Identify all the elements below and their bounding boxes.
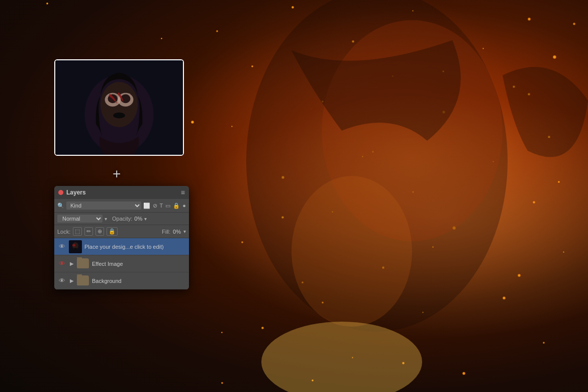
layer-row-smart-object[interactable]: 👁 Place your desig...e click to edit) xyxy=(54,238,189,255)
panel-titlebar: Layers ≡ xyxy=(54,186,189,199)
filter-smart-icon[interactable]: 🔒 xyxy=(173,203,180,209)
thumbnail-art xyxy=(55,60,183,155)
layer-3-expand-chevron[interactable]: ▶ xyxy=(70,278,74,283)
close-button[interactable] xyxy=(58,190,63,195)
panel-menu-button[interactable]: ≡ xyxy=(181,189,185,196)
lock-fill-row: Lock: ⬚ ✏ ⊕ 🔒 Fill: 0% ▾ xyxy=(54,225,189,238)
opacity-chevron-icon[interactable]: ▾ xyxy=(144,216,147,222)
layer-3-name: Background xyxy=(92,278,186,284)
layer-2-name: Effect Image xyxy=(92,261,186,267)
filter-type-icon[interactable]: T xyxy=(160,203,163,209)
filter-adjustment-icon[interactable]: ⊘ xyxy=(153,203,157,209)
lock-label: Lock: xyxy=(57,229,70,235)
layer-2-visibility-toggle[interactable]: 👁 xyxy=(57,260,66,267)
lock-checkerboard-icon[interactable]: ⬚ xyxy=(73,227,82,236)
layer-3-visibility-toggle[interactable]: 👁 xyxy=(57,277,66,284)
layer-1-visibility-toggle[interactable]: 👁 xyxy=(57,243,66,250)
filter-icons-group: ⬜ ⊘ T ▭ 🔒 ● xyxy=(143,203,186,209)
filter-active-icon[interactable]: ● xyxy=(182,203,186,209)
fill-chevron-icon[interactable]: ▾ xyxy=(183,229,186,234)
layer-2-thumbnail xyxy=(76,257,89,270)
filter-shape-icon[interactable]: ▭ xyxy=(165,203,170,209)
layer-2-expand-chevron[interactable]: ▶ xyxy=(70,261,74,266)
layer-1-thumbnail xyxy=(69,240,82,253)
blend-opacity-row: Normal Dissolve Multiply Screen Overlay … xyxy=(54,213,189,225)
layer-row-background[interactable]: 👁 ▶ Background xyxy=(54,272,189,289)
layer-3-thumbnail xyxy=(76,274,89,287)
layers-panel: Layers ≡ 🔍 Kind Name Effect Mode Attribu… xyxy=(54,186,189,289)
lock-brush-icon[interactable]: ✏ xyxy=(84,227,93,236)
lock-all-icon[interactable]: 🔒 xyxy=(107,227,118,236)
search-icon: 🔍 xyxy=(57,203,64,209)
lock-move-icon[interactable]: ⊕ xyxy=(95,227,104,236)
layer-row-effect-image[interactable]: 👁 ▶ Effect Image xyxy=(54,255,189,272)
fill-value: 0% xyxy=(173,229,181,235)
panel-title-left: Layers xyxy=(58,189,86,196)
blend-chevron-icon[interactable]: ▾ xyxy=(105,216,107,222)
eye-open-icon: 👁 xyxy=(59,243,65,250)
svg-point-14 xyxy=(72,244,75,246)
plus-symbol: + xyxy=(113,166,121,182)
layer-1-thumb-art xyxy=(69,240,82,253)
filter-kind-select[interactable]: Kind Name Effect Mode Attribute Color xyxy=(66,202,141,210)
filter-row: 🔍 Kind Name Effect Mode Attribute Color … xyxy=(54,199,189,213)
filter-pixel-icon[interactable]: ⬜ xyxy=(143,203,150,209)
original-photo-thumbnail xyxy=(54,59,184,156)
svg-point-11 xyxy=(113,113,125,119)
panel-title: Layers xyxy=(66,189,86,196)
svg-point-6 xyxy=(101,82,138,127)
opacity-label: Opacity: xyxy=(112,216,132,222)
eye-open-icon-3: 👁 xyxy=(59,277,65,284)
eye-red-icon: 👁 xyxy=(59,260,65,267)
svg-point-15 xyxy=(74,248,77,249)
layer-1-name: Place your desig...e click to edit) xyxy=(84,244,186,250)
thumbnail-inner xyxy=(55,60,183,155)
blend-mode-select[interactable]: Normal Dissolve Multiply Screen Overlay … xyxy=(57,215,103,223)
fill-label: Fill: xyxy=(162,229,170,235)
opacity-value: 0% xyxy=(134,216,142,222)
